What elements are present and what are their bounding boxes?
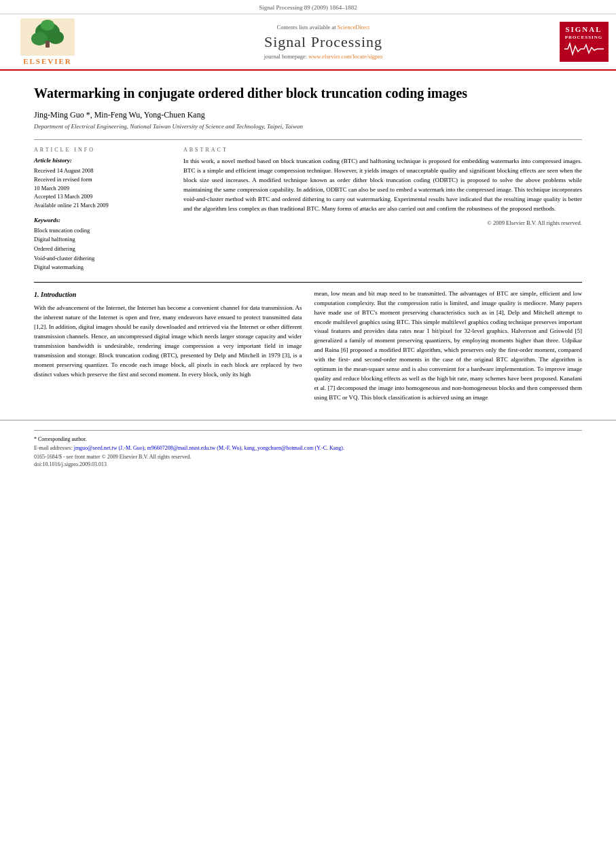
- svg-point-5: [41, 20, 54, 31]
- abstract-label: ABSTRACT: [183, 147, 582, 153]
- article-title: Watermarking in conjugate ordered dither…: [34, 84, 582, 102]
- footnote-emails: E-mail addresses: jmguo@seed.net.tw (J.-…: [34, 444, 582, 452]
- divider-1: [34, 139, 582, 140]
- body-text-section: 1. Introduction With the advancement of …: [34, 289, 582, 406]
- email-3[interactable]: kang_yongchuen@hotmail.com (Y.-C. Kang).: [244, 445, 344, 451]
- article-info-abstract-section: ARTICLE INFO Article history: Received 1…: [34, 147, 582, 272]
- article-info-col: ARTICLE INFO Article history: Received 1…: [34, 147, 170, 272]
- journal-header: ELSEVIER Contents lists available at Sci…: [0, 14, 616, 71]
- contents-line: Contents lists available at ScienceDirec…: [88, 24, 558, 31]
- badge-signal-icon: [564, 41, 604, 56]
- keywords-label: Keywords:: [34, 217, 170, 223]
- badge-box: SIGNAL PROCESSING: [560, 22, 609, 62]
- article-history-label: Article history:: [34, 157, 170, 164]
- keyword-5: Digital watermarking: [34, 263, 170, 272]
- introduction-heading: 1. Introduction: [34, 289, 302, 300]
- body-col-left: 1. Introduction With the advancement of …: [34, 289, 302, 406]
- homepage-url[interactable]: www.elsevier.com/locate/sigpro: [308, 53, 382, 60]
- article-info-label: ARTICLE INFO: [34, 147, 170, 153]
- history-item-5: Available online 21 March 2009: [34, 201, 170, 210]
- article-affiliation: Department of Electrical Engineering, Na…: [34, 123, 582, 130]
- keyword-1: Block truncation coding: [34, 226, 170, 236]
- journal-reference: Signal Processing 89 (2009) 1864–1882: [0, 0, 616, 14]
- article-authors: Jing-Ming Guo *, Min-Feng Wu, Yong-Chuen…: [34, 110, 582, 120]
- history-item-4: Accepted 13 March 2009: [34, 192, 170, 201]
- history-item-1: Received 14 August 2008: [34, 166, 170, 175]
- footnote-area: * Corresponding author. E-mail addresses…: [0, 420, 616, 471]
- abstract-text: In this work, a novel method based on bl…: [183, 157, 582, 214]
- footnote-divider: [34, 430, 582, 431]
- keyword-2: Digital halftoning: [34, 235, 170, 245]
- journal-homepage: journal homepage: www.elsevier.com/locat…: [88, 53, 558, 60]
- signal-processing-badge: SIGNAL PROCESSING: [558, 22, 609, 62]
- body-divider: [34, 282, 582, 283]
- elsevier-tree-icon: [20, 18, 75, 56]
- svg-point-2: [31, 32, 48, 46]
- sciencedirect-link[interactable]: ScienceDirect: [338, 24, 370, 31]
- intro-para-left: With the advancement of the Internet, th…: [34, 304, 302, 380]
- keyword-3: Ordered dithering: [34, 245, 170, 254]
- intro-para-right: mean, low mean and bit map need to be tr…: [314, 289, 583, 403]
- email-2[interactable]: m96607208@mail.ntust.edu.tw (M.-F. Wu),: [147, 445, 242, 451]
- history-item-2: Received in revised form: [34, 175, 170, 184]
- corresponding-note: * Corresponding author.: [34, 436, 582, 442]
- elsevier-wordmark: ELSEVIER: [23, 57, 72, 65]
- body-col-right: mean, low mean and bit map need to be tr…: [314, 289, 583, 406]
- keyword-4: Void-and-cluster dithering: [34, 254, 170, 264]
- svg-rect-4: [46, 41, 50, 48]
- article-content: Watermarking in conjugate ordered dither…: [0, 71, 616, 420]
- journal-title-text: Signal Processing: [88, 33, 558, 51]
- copyright-line: © 2009 Elsevier B.V. All rights reserved…: [183, 219, 582, 226]
- email-1[interactable]: jmguo@seed.net.tw (J.-M. Guo),: [74, 445, 146, 451]
- license-line: 0165-1684/$ - see front matter © 2009 El…: [34, 454, 582, 460]
- doi-line: doi:10.1016/j.sigpro.2009.03.013: [34, 461, 582, 467]
- emails-label: E-mail addresses:: [34, 445, 73, 451]
- svg-point-3: [48, 31, 64, 44]
- journal-ref-text: Signal Processing 89 (2009) 1864–1882: [259, 4, 357, 11]
- journal-center: Contents lists available at ScienceDirec…: [88, 24, 558, 60]
- elsevier-logo: ELSEVIER: [7, 18, 88, 65]
- history-item-3: 10 March 2009: [34, 184, 170, 193]
- abstract-col: ABSTRACT In this work, a novel method ba…: [183, 147, 582, 272]
